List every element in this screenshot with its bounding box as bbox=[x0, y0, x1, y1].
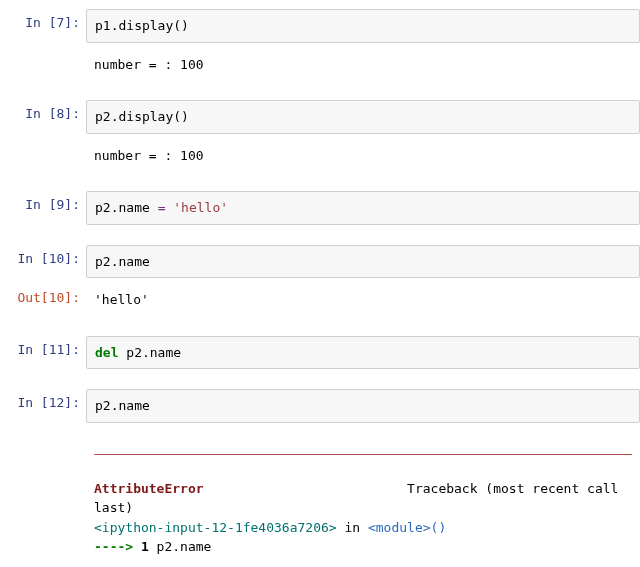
ipython-input-ref: <ipython-input-12-1fe4036a7206> bbox=[94, 520, 337, 535]
prompt-in-9: In [9]: bbox=[0, 191, 86, 212]
prompt-in-10: In [10]: bbox=[0, 245, 86, 266]
error-name: AttributeError bbox=[94, 481, 204, 496]
stdout-8: number = : 100 bbox=[86, 140, 640, 172]
code-text: p2.name bbox=[95, 200, 158, 215]
cell-11-input: In [11]: del p2.name bbox=[0, 333, 640, 373]
cell-7-output: number = : 100 bbox=[0, 46, 640, 84]
prompt-blank-7 bbox=[0, 49, 86, 55]
result-10: 'hello' bbox=[86, 284, 640, 316]
cell-12-error: AttributeError Traceback (most recent ca… bbox=[0, 426, 640, 568]
code-input-7[interactable]: p1.display() bbox=[86, 9, 640, 43]
prompt-blank-12 bbox=[0, 429, 86, 435]
prompt-out-10: Out[10]: bbox=[0, 284, 86, 305]
code-input-12[interactable]: p2.name bbox=[86, 389, 640, 423]
cell-9-input: In [9]: p2.name = 'hello' bbox=[0, 188, 640, 228]
module-parens: () bbox=[431, 520, 447, 535]
cell-12-input: In [12]: p2.name bbox=[0, 386, 640, 426]
code-input-9[interactable]: p2.name = 'hello' bbox=[86, 191, 640, 225]
in-word: in bbox=[337, 520, 368, 535]
cell-10-input: In [10]: p2.name bbox=[0, 242, 640, 282]
arrow-icon: ----> bbox=[94, 539, 141, 554]
code-input-10[interactable]: p2.name bbox=[86, 245, 640, 279]
error-separator bbox=[94, 454, 632, 455]
prompt-in-11: In [11]: bbox=[0, 336, 86, 357]
traceback-12: AttributeError Traceback (most recent ca… bbox=[86, 429, 640, 568]
prompt-in-12: In [12]: bbox=[0, 389, 86, 410]
code-input-8[interactable]: p2.display() bbox=[86, 100, 640, 134]
keyword-del: del bbox=[95, 345, 118, 360]
code-text: p2.name bbox=[118, 345, 181, 360]
cell-8-output: number = : 100 bbox=[0, 137, 640, 175]
stdout-7: number = : 100 bbox=[86, 49, 640, 81]
module-link[interactable]: <module> bbox=[368, 520, 431, 535]
prompt-in-7: In [7]: bbox=[0, 9, 86, 30]
error-line-code: p2.name bbox=[149, 539, 212, 554]
cell-7-input: In [7]: p1.display() bbox=[0, 6, 640, 46]
cell-8-input: In [8]: p2.display() bbox=[0, 97, 640, 137]
code-input-11[interactable]: del p2.name bbox=[86, 336, 640, 370]
prompt-in-8: In [8]: bbox=[0, 100, 86, 121]
error-lineno: 1 bbox=[141, 539, 149, 554]
string-literal: 'hello' bbox=[165, 200, 228, 215]
cell-10-output: Out[10]: 'hello' bbox=[0, 281, 640, 319]
prompt-blank-8 bbox=[0, 140, 86, 146]
